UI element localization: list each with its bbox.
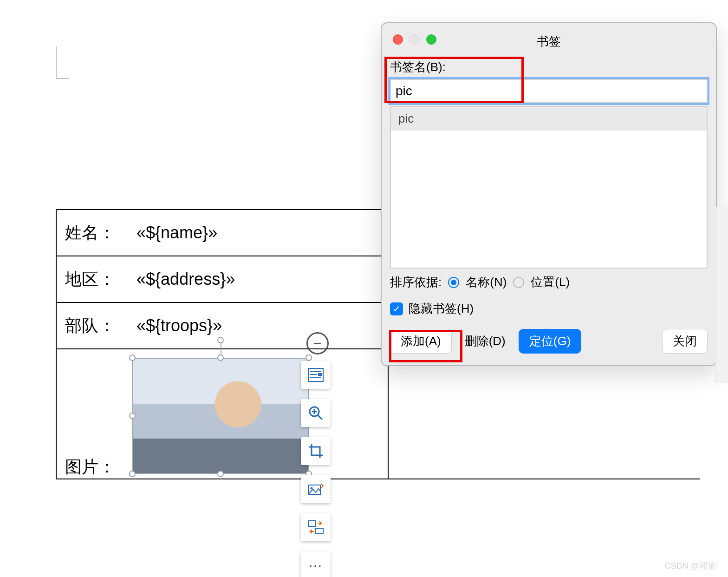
rotate-handle[interactable] [217,337,224,343]
page-margin-marker [56,46,69,79]
layout-options-icon[interactable] [301,361,331,389]
row-value[interactable]: «${troops}» [128,302,388,349]
sort-name-radio[interactable] [448,277,459,288]
add-button[interactable]: 添加(A) [390,329,452,354]
hide-bookmark-label: 隐藏书签(H) [409,301,474,317]
window-controls [393,34,436,45]
window-maximize-icon[interactable] [426,34,436,45]
crop-icon[interactable] [301,437,331,465]
image-tool-strip: − ··· [301,332,336,577]
more-options-icon[interactable]: ··· [301,551,331,577]
resize-handle-b[interactable] [217,471,224,477]
resize-handle-l[interactable] [129,413,136,419]
selected-image[interactable] [132,358,309,474]
resize-handle-tl[interactable] [129,354,136,361]
row-label: 图片： [56,349,128,479]
delete-button-label[interactable]: 删除(D) [465,333,506,349]
sort-position-radio[interactable] [513,277,524,288]
row-label: 部队： [56,302,128,349]
window-minimize-icon[interactable] [410,34,420,45]
sort-position-label: 位置(L) [531,274,570,290]
hide-row: ✓ 隐藏书签(H) [390,301,708,317]
row-value[interactable]: «${name}» [128,210,388,256]
row-label: 姓名： [56,210,128,256]
resize-handle-bl[interactable] [129,471,136,477]
page-preview-strip [715,207,728,383]
bookmark-list[interactable]: pic [390,106,708,269]
replace-image-icon[interactable] [301,475,331,503]
svg-rect-4 [318,373,322,376]
convert-icon[interactable] [301,513,331,541]
bookmark-name-input[interactable] [390,79,708,103]
goto-button[interactable]: 定位(G) [519,329,582,354]
watermark: CSDN @邓策- [665,560,719,571]
bookmark-dialog: 书签 书签名(B): pic 排序依据: 名称(N) 位置(L) ✓ 隐藏书签(… [381,22,717,366]
bookmark-name-label: 书签名(B): [390,59,708,75]
window-close-icon[interactable] [393,34,403,45]
resize-handle-t[interactable] [217,354,224,361]
svg-rect-12 [316,528,323,534]
row-value[interactable]: «${address}» [128,256,388,302]
dialog-button-row: 添加(A) 删除(D) 定位(G) 关闭 [390,329,708,354]
close-button[interactable]: 关闭 [662,329,708,354]
svg-rect-11 [308,521,316,526]
bookmark-list-item[interactable]: pic [391,107,707,131]
svg-line-6 [318,415,322,420]
sort-row: 排序依据: 名称(N) 位置(L) [390,274,708,290]
placeholder-photo[interactable] [132,358,309,474]
row-tail [388,349,700,479]
sort-name-label: 名称(N) [466,274,507,290]
zoom-in-icon[interactable] [301,399,331,427]
collapse-icon[interactable]: − [306,332,329,354]
hide-bookmark-checkbox[interactable]: ✓ [390,302,403,315]
row-label: 地区： [56,256,128,302]
sort-label: 排序依据: [390,274,442,290]
svg-point-10 [311,487,313,490]
